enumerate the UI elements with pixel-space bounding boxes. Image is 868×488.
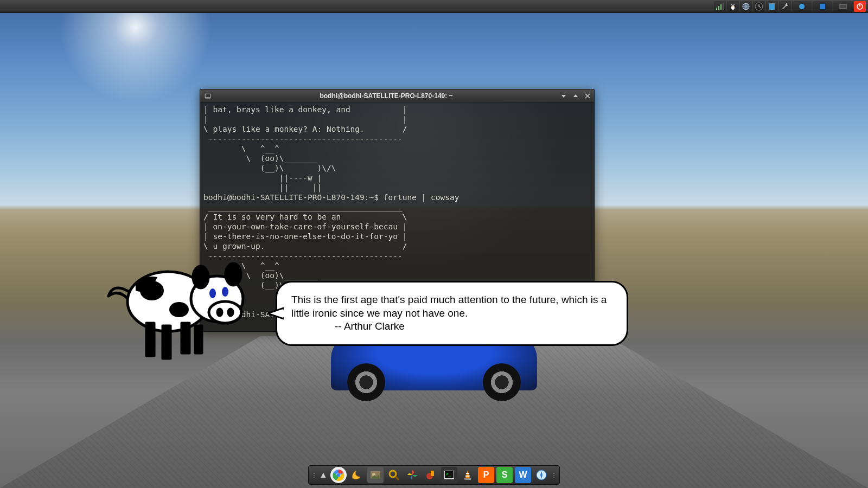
svg-point-49 bbox=[390, 471, 396, 477]
svg-marker-56 bbox=[465, 470, 470, 478]
fortune-attribution: -- Arthur Clarke bbox=[291, 320, 612, 333]
globe-icon[interactable] bbox=[740, 1, 752, 12]
p-app-icon[interactable]: P bbox=[478, 467, 494, 483]
compass-icon[interactable] bbox=[533, 467, 550, 483]
svg-rect-14 bbox=[770, 3, 774, 4]
svg-text:>_: >_ bbox=[446, 472, 451, 477]
svg-rect-58 bbox=[465, 476, 470, 477]
penguin-icon[interactable] bbox=[727, 1, 739, 12]
fortune-text: This is the first age that's paid much a… bbox=[291, 293, 612, 320]
terminal-menu-icon[interactable] bbox=[202, 92, 213, 100]
svg-rect-0 bbox=[716, 8, 717, 10]
wrench-icon[interactable] bbox=[779, 1, 791, 12]
svg-rect-52 bbox=[431, 471, 434, 476]
top-panel bbox=[0, 0, 868, 13]
s-app-icon[interactable]: S bbox=[496, 467, 513, 483]
svg-line-50 bbox=[395, 477, 399, 480]
svg-point-45 bbox=[337, 473, 341, 477]
svg-rect-17 bbox=[840, 4, 846, 9]
bottom-dock: ⋮ ▲ >_ P S W ⋮ bbox=[308, 465, 560, 485]
dock-expand-icon[interactable]: ▲ bbox=[318, 467, 328, 483]
terminal-title: bodhi@bodhi-SATELLITE-PRO-L870-149: ~ bbox=[213, 92, 559, 100]
svg-point-6 bbox=[731, 4, 732, 5]
fortune-speech-bubble: This is the first age that's paid much a… bbox=[276, 281, 628, 346]
dock-handle-left[interactable]: ⋮ bbox=[312, 467, 316, 483]
pinwheel-icon[interactable] bbox=[404, 467, 420, 483]
svg-rect-3 bbox=[723, 3, 724, 10]
power-button[interactable] bbox=[854, 1, 866, 12]
svg-rect-59 bbox=[464, 478, 471, 480]
taskbar-item-1[interactable] bbox=[792, 1, 812, 12]
terminal-titlebar[interactable]: bodhi@bodhi-SATELLITE-PRO-L870-149: ~ bbox=[200, 89, 594, 102]
minimize-button[interactable] bbox=[559, 92, 568, 100]
svg-point-15 bbox=[799, 4, 805, 9]
speech-tail bbox=[267, 305, 284, 325]
taskbar-item-3[interactable] bbox=[833, 1, 853, 12]
clock-icon[interactable] bbox=[753, 1, 765, 12]
maximize-button[interactable] bbox=[571, 92, 580, 100]
taskbar-item-2[interactable] bbox=[813, 1, 832, 12]
magnifier-icon[interactable] bbox=[386, 467, 402, 483]
terminal-icon[interactable]: >_ bbox=[441, 467, 457, 483]
svg-rect-57 bbox=[466, 473, 469, 474]
dock-handle-right[interactable]: ⋮ bbox=[552, 467, 556, 483]
w-app-icon[interactable]: W bbox=[515, 467, 531, 483]
signal-icon[interactable] bbox=[714, 1, 726, 12]
banana-icon[interactable] bbox=[349, 467, 365, 483]
svg-rect-21 bbox=[206, 94, 210, 97]
clipboard-icon[interactable] bbox=[766, 1, 778, 12]
svg-rect-16 bbox=[820, 4, 825, 9]
svg-rect-2 bbox=[720, 4, 722, 10]
svg-marker-23 bbox=[573, 94, 578, 97]
photo-app-icon[interactable] bbox=[367, 467, 384, 483]
game-icon[interactable] bbox=[423, 467, 439, 483]
vlc-icon[interactable] bbox=[459, 467, 476, 483]
close-button[interactable] bbox=[583, 92, 592, 100]
svg-point-7 bbox=[733, 4, 735, 5]
chrome-icon[interactable] bbox=[330, 467, 347, 483]
svg-marker-22 bbox=[561, 95, 566, 98]
svg-rect-1 bbox=[718, 6, 719, 10]
